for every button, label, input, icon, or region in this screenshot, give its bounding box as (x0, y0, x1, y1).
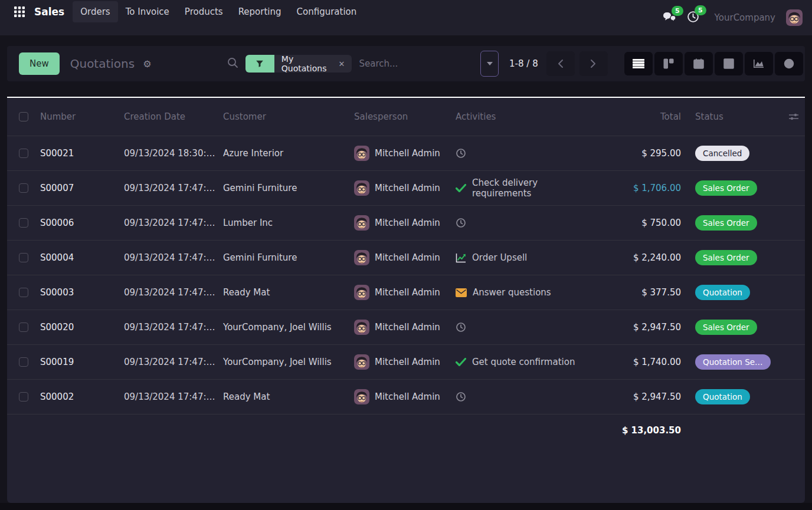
header-salesperson[interactable]: Salesperson (354, 111, 456, 122)
row-customer: Azure Interior (223, 148, 354, 159)
clock-activity-icon[interactable] (456, 391, 466, 402)
row-number: S00020 (40, 322, 124, 333)
clock-activity-icon[interactable] (456, 148, 466, 159)
salesperson-avatar (354, 146, 369, 161)
row-number: S00006 (40, 218, 124, 228)
header-number[interactable]: Number (40, 111, 124, 122)
row-salesperson: Mitchell Admin (354, 215, 456, 231)
salesperson-name: Mitchell Admin (375, 391, 440, 402)
row-total: $ 2,240.00 (585, 252, 688, 263)
filter-chip[interactable]: My Quotations ✕ (245, 55, 352, 73)
check-activity-icon[interactable] (456, 184, 466, 192)
row-customer: Gemini Furniture (223, 183, 354, 193)
salesperson-avatar (354, 250, 369, 265)
row-checkbox[interactable] (19, 323, 28, 332)
activities-button[interactable]: 5 (687, 11, 699, 25)
row-salesperson: Mitchell Admin (354, 320, 456, 335)
user-avatar[interactable] (786, 9, 803, 26)
salesperson-name: Mitchell Admin (375, 357, 440, 367)
nav-menu-reporting[interactable]: Reporting (231, 1, 289, 22)
row-customer: Ready Mat (223, 391, 354, 402)
check-activity-icon[interactable] (456, 358, 466, 366)
row-salesperson: Mitchell Admin (354, 389, 456, 404)
view-switch-graph-icon[interactable] (745, 52, 773, 75)
filter-remove-icon[interactable]: ✕ (339, 60, 345, 68)
row-checkbox[interactable] (19, 357, 28, 367)
nav-menu-products[interactable]: Products (177, 1, 231, 22)
status-badge: Sales Order (695, 180, 757, 196)
view-switch-calendar-icon[interactable] (685, 52, 713, 75)
control-panel: New Quotations ⚙ My Quotations ✕ 1-8 / 8 (7, 46, 805, 81)
table-row[interactable]: S00019 09/13/2024 17:47:… YourCompany, J… (7, 344, 805, 379)
messages-button[interactable]: 5 (662, 11, 676, 25)
row-checkbox[interactable] (19, 288, 28, 297)
row-activities[interactable]: Check delivery requirements (456, 177, 585, 199)
row-salesperson: Mitchell Admin (354, 250, 456, 265)
optional-columns-icon[interactable] (782, 112, 805, 121)
row-activities[interactable] (456, 322, 585, 333)
table-row[interactable]: S00021 09/13/2024 18:30:… Azure Interior… (7, 136, 805, 170)
row-salesperson: Mitchell Admin (354, 285, 456, 300)
salesperson-name: Mitchell Admin (375, 322, 440, 333)
select-all-checkbox[interactable] (19, 112, 28, 121)
table-row[interactable]: S00020 09/13/2024 17:47:… YourCompany, J… (7, 310, 805, 344)
table-row[interactable]: S00007 09/13/2024 17:47:… Gemini Furnitu… (7, 170, 805, 205)
row-activities[interactable]: Order Upsell (456, 252, 585, 263)
nav-menu-configuration[interactable]: Configuration (289, 1, 365, 22)
clock-activity-icon[interactable] (456, 322, 466, 333)
table-row[interactable]: S00006 09/13/2024 17:47:… Lumber Inc Mit… (7, 205, 805, 240)
header-total[interactable]: Total (585, 111, 688, 122)
row-checkbox[interactable] (19, 392, 28, 402)
view-switch-activity-icon[interactable] (775, 52, 803, 75)
row-checkbox[interactable] (19, 253, 28, 262)
envelope-activity-icon[interactable] (456, 288, 467, 297)
row-creation-date: 09/13/2024 17:47:… (124, 218, 223, 228)
row-salesperson: Mitchell Admin (354, 146, 456, 161)
view-switch-pivot-icon[interactable] (715, 52, 743, 75)
row-number: S00007 (40, 183, 124, 193)
row-creation-date: 09/13/2024 17:47:… (124, 287, 223, 298)
search-options-dropdown[interactable] (480, 51, 499, 77)
clock-activity-icon[interactable] (456, 218, 466, 228)
app-name[interactable]: Sales (34, 6, 64, 18)
header-customer[interactable]: Customer (223, 111, 354, 122)
view-switch-kanban-icon[interactable] (654, 52, 683, 75)
row-checkbox[interactable] (19, 183, 28, 193)
row-creation-date: 09/13/2024 17:47:… (124, 322, 223, 333)
header-activities[interactable]: Activities (456, 111, 585, 122)
status-badge: Quotation Se… (695, 354, 771, 370)
row-activities[interactable]: Get quote confirmation (456, 357, 585, 367)
salesperson-avatar (354, 320, 369, 335)
row-checkbox[interactable] (19, 218, 28, 228)
row-activities[interactable] (456, 148, 585, 159)
table-row[interactable]: S00002 09/13/2024 17:47:… Ready Mat Mitc… (7, 379, 805, 414)
table-row[interactable]: S00003 09/13/2024 17:47:… Ready Mat Mitc… (7, 275, 805, 310)
header-status[interactable]: Status (688, 111, 782, 122)
pager-range: 1-8 / 8 (509, 58, 538, 69)
salesperson-avatar (354, 285, 369, 300)
nav-menu-to-invoice[interactable]: To Invoice (118, 1, 177, 22)
company-name[interactable]: YourCompany (715, 12, 775, 23)
row-activities[interactable] (456, 391, 585, 402)
row-number: S00021 (40, 148, 124, 159)
header-creation-date[interactable]: Creation Date (124, 111, 223, 122)
page-title: Quotations (70, 57, 135, 71)
nav-menu-orders[interactable]: Orders (73, 1, 117, 22)
search-input[interactable] (359, 58, 473, 69)
new-button[interactable]: New (19, 52, 60, 75)
row-customer: Lumber Inc (223, 218, 354, 228)
row-activities[interactable]: Answer questions (456, 287, 585, 298)
trend-chart-activity-icon[interactable] (456, 253, 466, 263)
apps-menu-icon[interactable] (9, 2, 30, 22)
view-switch-list-icon[interactable] (624, 52, 653, 75)
row-checkbox[interactable] (19, 149, 28, 158)
pager-previous-button[interactable] (546, 51, 575, 76)
row-number: S00002 (40, 391, 124, 402)
row-activities[interactable] (456, 218, 585, 228)
gear-icon[interactable]: ⚙ (143, 58, 151, 70)
row-customer: YourCompany, Joel Willis (223, 357, 354, 367)
table-row[interactable]: S00004 09/13/2024 17:47:… Gemini Furnitu… (7, 240, 805, 275)
row-creation-date: 09/13/2024 17:47:… (124, 183, 223, 193)
row-total: $ 750.00 (585, 218, 688, 228)
pager-next-button[interactable] (579, 51, 608, 76)
